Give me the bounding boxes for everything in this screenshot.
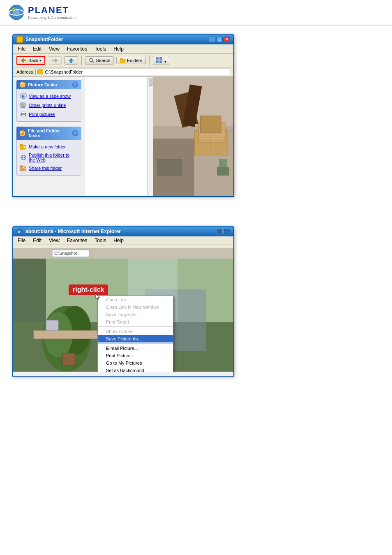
- svg-rect-49: [201, 116, 221, 132]
- ie-window-controls[interactable]: _ □: [216, 229, 230, 234]
- left-panel-scrollbar[interactable]: [148, 77, 153, 196]
- back-button-container: Back ▾: [16, 56, 45, 65]
- svg-rect-17: [156, 60, 159, 63]
- ie-menu-bar: File Edit View Favorites Tools Help: [13, 236, 233, 245]
- camera-icon: [20, 82, 25, 87]
- ctx-separator-1: [98, 326, 173, 327]
- minimize-button[interactable]: _: [209, 37, 215, 42]
- menu-edit[interactable]: Edit: [32, 46, 43, 52]
- svg-rect-68: [62, 353, 75, 365]
- task-share[interactable]: Share this folder: [18, 164, 79, 173]
- svg-marker-9: [69, 58, 74, 61]
- forward-button[interactable]: [48, 56, 62, 65]
- address-input[interactable]: C:\SnapshotFolder: [35, 69, 230, 75]
- screenshots-container: SnapshotFolder _ □ ✕ File Edit View Favo…: [0, 34, 392, 377]
- folders-label: Folders: [127, 58, 142, 63]
- close-button[interactable]: ✕: [224, 37, 230, 42]
- toolbar-separator-2: [149, 56, 150, 65]
- svg-line-12: [92, 61, 94, 63]
- ctx-save-picture[interactable]: Save Picture As...: [98, 335, 173, 342]
- svg-rect-15: [156, 57, 159, 60]
- file-folder-tasks-collapse[interactable]: ⌃: [72, 130, 78, 136]
- back-button[interactable]: Back ▾: [16, 56, 45, 65]
- ie-minimize-button[interactable]: _: [216, 229, 223, 234]
- picture-tasks-icon: [20, 82, 25, 88]
- back-icon: [21, 58, 27, 63]
- menu-favorites[interactable]: Favorites: [66, 46, 88, 52]
- svg-marker-7: [55, 58, 58, 62]
- svg-rect-64: [34, 331, 108, 339]
- ctx-set-background[interactable]: Set as Background: [98, 367, 173, 372]
- svg-marker-72: [95, 294, 100, 300]
- svg-text:C:\Snapshot: C:\Snapshot: [54, 251, 77, 256]
- context-menu: Open Link Open Link in New Window Save T…: [97, 296, 173, 372]
- ctx-print-target: Print Target: [98, 318, 173, 326]
- explorer-window: SnapshotFolder _ □ ✕ File Edit View Favo…: [12, 34, 234, 197]
- task-order-prints[interactable]: Order prints online: [18, 101, 79, 110]
- svg-rect-69: [13, 248, 233, 259]
- ctx-show-picture: Show Picture: [98, 328, 173, 335]
- task-print[interactable]: Print pictures: [18, 110, 79, 119]
- ctx-print-picture[interactable]: Print Picture...: [98, 352, 173, 359]
- back-dropdown-arrow[interactable]: ▾: [39, 59, 41, 62]
- logo-planet-name: PLANET: [28, 5, 77, 16]
- task-slideshow[interactable]: View as a slide show: [18, 92, 79, 101]
- svg-rect-10: [70, 61, 72, 63]
- menu-help[interactable]: Help: [112, 46, 125, 52]
- ie-menu-view[interactable]: View: [48, 237, 61, 244]
- menu-view[interactable]: View: [48, 46, 61, 52]
- views-button[interactable]: ▾: [153, 56, 169, 65]
- explorer-content: Picture Tasks ⌃ View as a slide show: [13, 77, 233, 196]
- svg-rect-65: [46, 320, 58, 331]
- menu-tools[interactable]: Tools: [93, 46, 107, 52]
- ie-photo: C:\Snapshot right-click Open Link Open L…: [13, 248, 233, 372]
- file-folder-tasks-header: File and Folder Tasks ⌃: [16, 127, 81, 140]
- task-order-prints-label: Order prints online: [29, 103, 66, 108]
- task-new-folder[interactable]: Make a new folder: [18, 142, 79, 151]
- cursor-arrow: [95, 293, 101, 303]
- picture-tasks-collapse[interactable]: ⌃: [72, 82, 78, 88]
- folder-icon: [20, 131, 25, 136]
- folders-button[interactable]: Folders: [116, 57, 146, 64]
- ie-menu-edit[interactable]: Edit: [32, 237, 43, 244]
- up-icon: [68, 58, 74, 63]
- search-button[interactable]: Search: [85, 56, 114, 65]
- ie-restore-button[interactable]: □: [224, 229, 230, 234]
- section-spacer: [12, 213, 380, 226]
- search-label: Search: [96, 58, 110, 63]
- ie-logo-icon: e: [16, 228, 23, 235]
- svg-rect-18: [159, 60, 162, 63]
- menu-file[interactable]: File: [16, 46, 27, 52]
- ie-menu-file[interactable]: File: [16, 237, 27, 244]
- svg-rect-16: [159, 57, 162, 60]
- ie-menu-favorites[interactable]: Favorites: [66, 237, 88, 244]
- svg-rect-8: [52, 60, 55, 61]
- new-folder-icon: [20, 143, 27, 150]
- task-publish[interactable]: Publish this folder tothe Web: [18, 151, 79, 164]
- photo-svg: [153, 77, 233, 196]
- views-icon: [156, 57, 163, 63]
- ie-menu-help[interactable]: Help: [112, 237, 125, 244]
- ctx-go-my-pictures[interactable]: Go to My Pictures: [98, 359, 173, 367]
- explorer-title: SnapshotFolder: [25, 37, 209, 42]
- toolbar-separator-1: [81, 56, 82, 65]
- svg-point-31: [25, 114, 25, 115]
- svg-point-26: [22, 104, 24, 106]
- svg-point-11: [90, 58, 93, 62]
- svg-rect-42: [20, 166, 23, 167]
- share-icon: [20, 165, 27, 171]
- views-arrow[interactable]: ▾: [164, 60, 166, 64]
- ie-menu-tools[interactable]: Tools: [93, 237, 107, 244]
- scrollbar-thumb: [149, 78, 152, 86]
- ie-window: e about:blank - Microsoft Internet Explo…: [12, 226, 234, 377]
- maximize-button[interactable]: □: [216, 37, 223, 42]
- svg-rect-13: [120, 59, 125, 63]
- planet-logo-icon: ●: [8, 4, 25, 21]
- svg-rect-55: [219, 159, 227, 167]
- up-button[interactable]: [64, 56, 78, 65]
- folders-icon: [120, 58, 126, 63]
- ctx-email-picture[interactable]: E-mail Picture...: [98, 345, 173, 352]
- ie-toolbar-gap: [13, 245, 233, 248]
- window-controls[interactable]: _ □ ✕: [209, 37, 230, 42]
- svg-text:e: e: [18, 229, 21, 234]
